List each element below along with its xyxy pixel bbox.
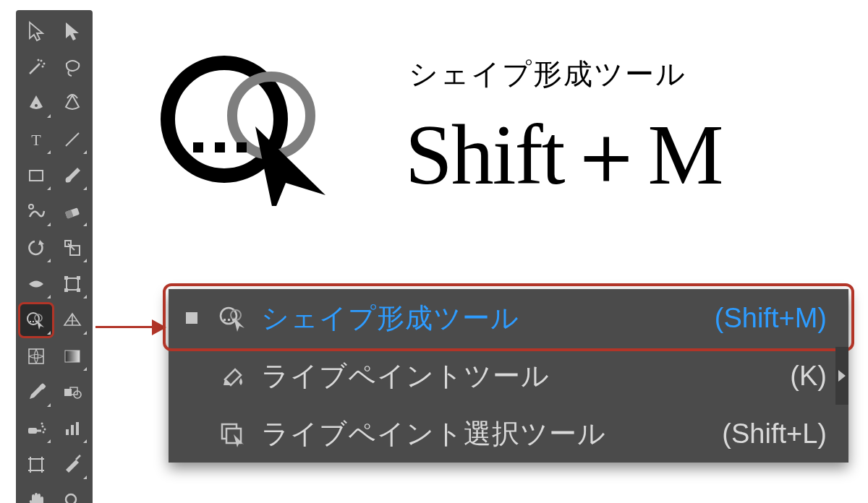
artboard-tool[interactable] [20,448,53,481]
eraser-tool[interactable] [56,195,89,228]
callout-arrow [95,326,157,328]
shape-builder-tool[interactable] [20,304,53,337]
type-tool[interactable]: T [20,123,53,156]
svg-rect-33 [35,321,37,322]
hero-subtitle: シェイプ形成ツール [409,54,686,94]
selection-tool[interactable] [20,14,53,48]
flyout-item-label: ライブペイント選択ツール [261,416,707,452]
rectangle-tool[interactable] [20,159,53,192]
flyout-item-shortcut: (Shift+M) [715,303,827,334]
tool-panel: T [16,10,93,503]
svg-point-45 [44,429,46,431]
svg-rect-43 [28,428,37,434]
callout-arrow-head [152,319,166,335]
svg-line-15 [66,133,79,146]
svg-rect-26 [77,276,80,280]
svg-rect-16 [30,171,43,181]
flyout-item-label: ライブペイントツール [261,358,775,395]
svg-point-11 [42,66,44,68]
width-tool[interactable] [20,267,53,301]
svg-rect-66 [228,319,230,321]
svg-rect-28 [77,288,80,292]
svg-rect-27 [64,288,68,292]
svg-point-17 [29,205,33,209]
shaper-tool[interactable] [20,195,53,228]
svg-line-60 [76,455,80,460]
svg-point-46 [43,431,45,434]
gradient-tool[interactable] [56,340,89,373]
flyout-item-shortcut: (Shift+L) [722,418,827,450]
pen-tool[interactable] [20,87,53,120]
curvature-tool[interactable] [56,87,89,120]
eyedropper-tool[interactable] [20,376,53,409]
svg-rect-32 [33,321,34,322]
svg-rect-50 [76,422,79,435]
svg-point-44 [42,426,44,428]
blend-tool[interactable] [56,376,89,409]
svg-line-8 [30,64,40,74]
svg-rect-67 [232,319,234,321]
svg-point-47 [41,423,43,425]
svg-rect-31 [30,321,31,322]
hand-tool[interactable] [20,484,53,503]
tool-flyout-menu: シェイプ形成ツール (Shift+M) ライブペイントツール (K) ライブペイ… [169,289,848,463]
svg-rect-25 [64,276,68,280]
svg-text:T: T [31,131,41,149]
flyout-item-shape-builder[interactable]: シェイプ形成ツール (Shift+M) [169,289,848,347]
hero-shortcut: Shift＋M [405,98,722,213]
svg-point-12 [38,59,40,61]
svg-marker-6 [30,22,43,40]
svg-point-13 [35,104,38,107]
flyout-item-live-paint-selection[interactable]: ライブペイント選択ツール (Shift+L) [169,405,848,463]
mesh-tool[interactable] [20,340,53,373]
svg-point-9 [41,60,43,62]
svg-rect-2 [193,142,203,152]
svg-rect-65 [224,319,226,321]
svg-point-10 [43,63,46,65]
flyout-item-label: シェイプ形成ツール [261,300,700,337]
scale-tool[interactable] [56,231,89,265]
svg-point-61 [66,494,76,503]
svg-rect-4 [237,142,247,152]
svg-rect-24 [67,278,78,290]
svg-marker-7 [66,22,79,40]
flyout-tearoff-handle[interactable] [835,347,848,405]
flyout-item-shortcut: (K) [790,361,827,392]
svg-rect-48 [66,429,69,435]
slice-tool[interactable] [56,448,89,481]
magic-wand-tool[interactable] [20,51,53,84]
line-tool[interactable] [56,123,89,156]
svg-marker-5 [255,126,326,206]
rotate-tool[interactable] [20,231,53,265]
svg-marker-20 [38,240,44,245]
svg-rect-3 [215,142,225,152]
symbol-sprayer-tool[interactable] [20,412,53,445]
free-transform-tool[interactable] [56,267,89,301]
direct-selection-tool[interactable] [56,14,89,48]
lasso-tool[interactable] [56,51,89,84]
flyout-active-marker [186,312,197,324]
zoom-tool[interactable] [56,484,89,503]
svg-rect-38 [65,351,80,362]
svg-rect-49 [71,425,74,435]
flyout-item-live-paint[interactable]: ライブペイントツール (K) [169,347,848,405]
perspective-grid-tool[interactable] [56,304,89,337]
shape-builder-large-icon [156,40,351,206]
shape-builder-icon [213,303,252,333]
live-paint-bucket-icon [213,361,252,391]
paintbrush-tool[interactable] [56,159,89,192]
svg-rect-37 [29,349,43,364]
column-graph-tool[interactable] [56,412,89,445]
svg-rect-51 [30,459,42,470]
live-paint-selection-icon [213,418,252,449]
